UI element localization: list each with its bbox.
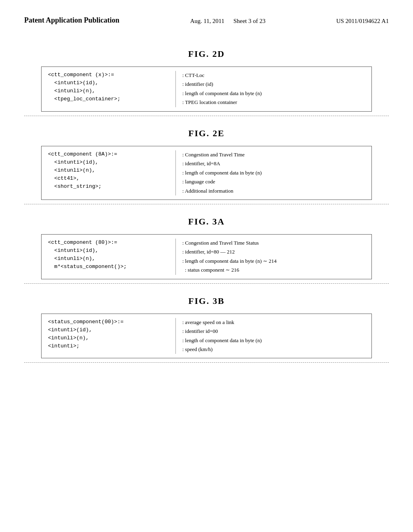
fig-2e-title: FIG. 2E: [24, 128, 389, 139]
sheet-info: Sheet 3 of 23: [234, 18, 266, 24]
fig-2e-box: <ctt_component (8A)>:= <intunti>(id), <i…: [41, 146, 372, 200]
fig-3a-box: <ctt_component (80)>:= <intunti>(id), <i…: [41, 234, 372, 279]
fig-2d-desc-1: : CTT-Loc: [182, 71, 365, 79]
fig-2d-section: FIG. 2D <ctt_component (x)>:= <intunti>(…: [24, 49, 389, 116]
fig-2e-desc-4: : language code: [182, 177, 365, 186]
fig-3a-divider: [175, 239, 176, 275]
fig-2d-code: <ctt_component (x)>:= <intunti>(id), <in…: [48, 71, 169, 104]
fig-2d-divider: [175, 71, 176, 107]
fig-2d-desc-3: : length of component data in byte (n): [182, 89, 365, 98]
fig-3a-desc-2: : identifier, id=80 — 212: [182, 247, 365, 256]
fig-2e-bottom-line: [24, 204, 389, 204]
patent-number: US 2011/0194622 A1: [336, 18, 389, 25]
fig-2e-desc-5: : Additional information: [182, 187, 365, 195]
page-header: Patent Application Publication Aug. 11, …: [24, 16, 389, 25]
fig-3b-desc-3: : length of component data in byte (n): [182, 336, 365, 345]
fig-2e-desc-2: : identifier, id=8A: [182, 159, 365, 168]
fig-2e-section: FIG. 2E <ctt_component (8A)>:= <intunti>…: [24, 128, 389, 204]
fig-3b-title: FIG. 3B: [24, 296, 389, 306]
fig-2e-desc-1: : Congestion and Travel Time: [182, 150, 365, 159]
fig-3b-descriptions: : average speed on a link : identifier i…: [182, 318, 365, 354]
fig-2d-box: <ctt_component (x)>:= <intunti>(id), <in…: [41, 66, 372, 112]
fig-2d-descriptions: : CTT-Loc : identifier (id) : length of …: [182, 71, 365, 107]
fig-3a-code: <ctt_component (80)>:= <intunti>(id), <i…: [48, 239, 169, 271]
fig-3b-desc-4: : speed (km/h): [182, 345, 365, 353]
fig-3a-bottom-line: [24, 283, 389, 284]
fig-3b-desc-2: : identifier id=00: [182, 327, 365, 335]
fig-2d-bottom-line: [24, 116, 389, 116]
fig-3a-desc-4: : status component ∼ 216: [182, 266, 365, 274]
fig-2e-divider: [175, 150, 176, 195]
fig-3a-desc-1: : Congestion and Travel Time Status: [182, 239, 365, 247]
fig-2e-desc-3: : length of component data in byte (n): [182, 168, 365, 177]
fig-3a-descriptions: : Congestion and Travel Time Status : id…: [182, 239, 365, 275]
fig-3a-desc-3: : length of component data in byte (n) ∼…: [182, 257, 365, 265]
fig-2d-title: FIG. 2D: [24, 49, 389, 59]
fig-2d-desc-2: : identifier (id): [182, 80, 365, 88]
fig-3b-divider: [175, 318, 176, 354]
fig-3b-section: FIG. 3B <status_component(00)>:= <intunt…: [24, 296, 389, 363]
publication-title: Patent Application Publication: [24, 16, 119, 25]
fig-3b-box: <status_component(00)>:= <intunti>(id), …: [41, 314, 372, 359]
publication-date: Aug. 11, 2011: [190, 18, 224, 24]
fig-2d-desc-4: : TPEG location container: [182, 98, 365, 106]
publication-date-sheet: Aug. 11, 2011 Sheet 3 of 23: [190, 18, 265, 25]
fig-3a-title: FIG. 3A: [24, 216, 389, 227]
fig-3b-code: <status_component(00)>:= <intunti>(id), …: [48, 318, 169, 351]
fig-3b-bottom-line: [24, 362, 389, 363]
fig-2e-descriptions: : Congestion and Travel Time : identifie…: [182, 150, 365, 195]
fig-3b-desc-1: : average speed on a link: [182, 318, 365, 326]
fig-3a-section: FIG. 3A <ctt_component (80)>:= <intunti>…: [24, 216, 389, 284]
fig-2e-code: <ctt_component (8A)>:= <intunti>(id), <i…: [48, 150, 169, 191]
page-container: Patent Application Publication Aug. 11, …: [0, 0, 413, 532]
